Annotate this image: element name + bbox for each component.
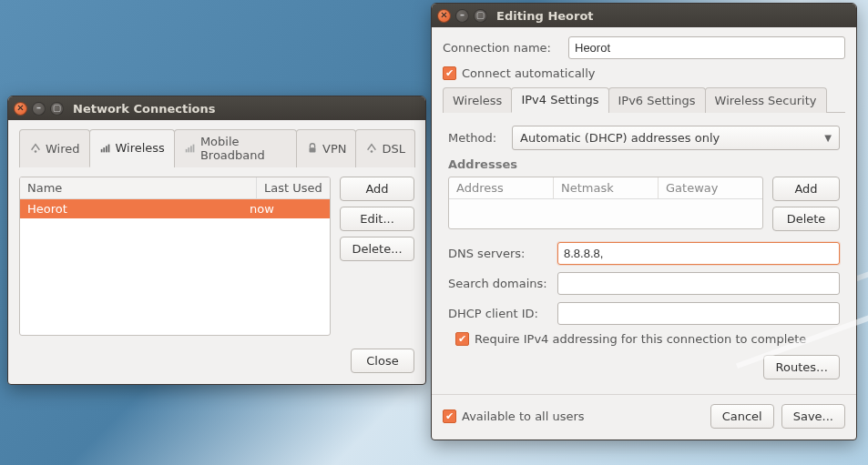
cancel-button[interactable]: Cancel: [710, 404, 774, 429]
column-netmask: Netmask: [554, 177, 659, 198]
addresses-label: Addresses: [448, 157, 840, 171]
tab-dsl[interactable]: DSL: [355, 129, 415, 167]
tab-ipv4-settings[interactable]: IPv4 Settings: [511, 87, 608, 113]
method-select[interactable]: Automatic (DHCP) addresses only ▼: [512, 126, 840, 150]
window-title: Editing Heorot: [496, 9, 594, 23]
require-ipv4-checkbox[interactable]: ✔ Require IPv4 addressing for this conne…: [455, 332, 840, 346]
routes-button[interactable]: Routes…: [763, 355, 840, 379]
minimize-icon[interactable]: –: [32, 102, 46, 116]
method-label: Method:: [448, 131, 503, 145]
wireless-icon: [99, 142, 112, 155]
checkbox-icon: ✔: [443, 66, 456, 80]
dns-servers-label: DNS servers:: [448, 247, 548, 260]
column-name[interactable]: Name: [20, 177, 257, 198]
window-editing-connection: ✕ – ▢ Editing Heorot Connection name: ✔ …: [431, 3, 857, 440]
connection-type-tabs: Wired Wireless Mobile Broadband VPN DSL: [19, 129, 414, 167]
search-domains-label: Search domains:: [448, 277, 548, 290]
dhcp-client-id-label: DHCP client ID:: [448, 307, 548, 320]
svg-rect-8: [193, 145, 195, 153]
svg-point-10: [371, 150, 373, 153]
search-domains-input[interactable]: [557, 272, 840, 295]
dhcp-client-id-input[interactable]: [557, 302, 840, 325]
list-item[interactable]: Heorot now: [20, 199, 330, 218]
tab-wireless[interactable]: Wireless: [89, 129, 175, 167]
connection-name-label: Connection name:: [443, 41, 559, 55]
close-button[interactable]: Close: [351, 349, 414, 373]
connection-last-used: now: [250, 202, 322, 216]
address-add-button[interactable]: Add: [772, 177, 840, 201]
address-delete-button[interactable]: Delete: [772, 207, 840, 231]
svg-rect-9: [310, 147, 316, 152]
svg-rect-3: [106, 146, 107, 152]
settings-tabs: Wireless IPv4 Settings IPv6 Settings Wir…: [443, 87, 845, 113]
svg-rect-1: [100, 148, 102, 152]
tab-ipv6-settings[interactable]: IPv6 Settings: [608, 87, 706, 113]
titlebar[interactable]: ✕ – ▢ Network Connections: [8, 96, 425, 120]
mobile-broadband-icon: [184, 142, 197, 155]
available-to-all-users-checkbox[interactable]: ✔ Available to all users: [443, 409, 585, 423]
tab-wireless[interactable]: Wireless: [443, 87, 512, 113]
wired-icon: [29, 142, 42, 155]
tab-wired[interactable]: Wired: [19, 129, 90, 167]
dsl-icon: [365, 142, 378, 155]
svg-rect-6: [188, 147, 189, 152]
checkbox-icon: ✔: [443, 409, 456, 423]
column-last-used[interactable]: Last Used: [257, 177, 330, 198]
connections-list[interactable]: Name Last Used Heorot now: [19, 177, 331, 336]
titlebar[interactable]: ✕ – ▢ Editing Heorot: [432, 4, 856, 27]
svg-rect-7: [190, 146, 192, 152]
add-button[interactable]: Add: [340, 177, 414, 201]
tab-mobile-broadband[interactable]: Mobile Broadband: [174, 129, 297, 167]
maximize-icon[interactable]: ▢: [50, 102, 64, 116]
column-gateway: Gateway: [659, 177, 762, 198]
svg-rect-5: [186, 149, 188, 153]
delete-button[interactable]: Delete...: [340, 237, 414, 261]
window-network-connections: ✕ – ▢ Network Connections Wired Wireless…: [7, 96, 426, 385]
window-title: Network Connections: [73, 102, 216, 116]
svg-rect-4: [107, 144, 109, 152]
lock-icon: [306, 142, 319, 155]
edit-button[interactable]: Edit...: [340, 207, 414, 231]
chevron-down-icon: ▼: [824, 133, 832, 143]
minimize-icon[interactable]: –: [455, 9, 469, 23]
column-address: Address: [449, 177, 554, 198]
close-icon[interactable]: ✕: [14, 102, 27, 116]
close-icon[interactable]: ✕: [437, 9, 451, 23]
dns-servers-input[interactable]: [557, 242, 840, 265]
checkbox-icon: ✔: [455, 332, 469, 346]
svg-rect-2: [103, 147, 105, 152]
connection-name: Heorot: [27, 202, 250, 216]
connect-automatically-checkbox[interactable]: ✔ Connect automatically: [443, 66, 845, 80]
save-button[interactable]: Save...: [781, 404, 845, 429]
tab-vpn[interactable]: VPN: [296, 129, 356, 167]
svg-point-0: [35, 150, 37, 153]
connection-name-input[interactable]: [568, 36, 845, 59]
addresses-table[interactable]: Address Netmask Gateway: [448, 177, 763, 229]
maximize-icon[interactable]: ▢: [474, 9, 487, 23]
tab-wireless-security[interactable]: Wireless Security: [705, 87, 827, 113]
